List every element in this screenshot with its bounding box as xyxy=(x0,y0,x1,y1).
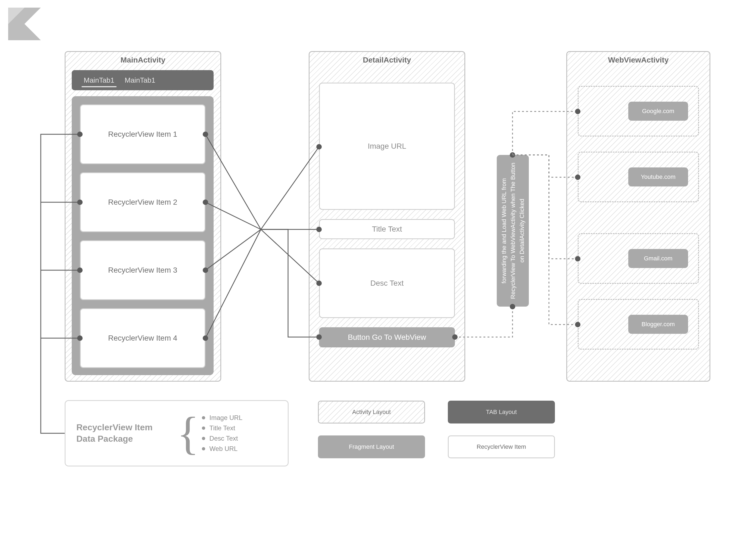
recycler-item-1-label: RecyclerView Item 1 xyxy=(108,130,177,139)
webview-target-2-label: Youtube.com xyxy=(641,173,676,180)
legend-tab-layout-label: TAB Layout xyxy=(486,409,517,416)
main-tab-bar: MainTab1 MainTab1 xyxy=(72,70,214,90)
tab-main2[interactable]: MainTab1 xyxy=(124,72,157,89)
detail-desc-label: Desc Text xyxy=(370,279,404,288)
recycler-item-4[interactable]: RecyclerView Item 4 xyxy=(80,308,205,368)
detail-activity-title: DetailActivity xyxy=(310,56,464,64)
detail-image-card: Image URL xyxy=(319,83,455,210)
detail-title-label: Title Text xyxy=(372,225,402,233)
forwarding-note-text: forwarding the and Load Web URL from Rec… xyxy=(498,155,528,307)
legend-tab-layout: TAB Layout xyxy=(448,401,555,423)
legend-recyclerview-item-label: RecyclerView Item xyxy=(477,443,526,450)
main-activity-title: MainActivity xyxy=(65,56,220,64)
go-to-webview-button[interactable]: Button Go To WebView xyxy=(319,327,455,347)
forwarding-note-box: forwarding the and Load Web URL from Rec… xyxy=(497,155,529,307)
brace-icon: { xyxy=(177,415,199,452)
data-package-title: RecyclerView Item Data Package xyxy=(76,422,169,444)
kotlin-logo-icon xyxy=(8,8,41,40)
go-to-webview-label: Button Go To WebView xyxy=(348,333,426,342)
webview-target-4[interactable]: Blogger.com xyxy=(628,315,688,334)
legend-fragment-layout: Fragment Layout xyxy=(318,435,425,458)
legend-activity-layout: Activity Layout xyxy=(318,401,425,423)
recycler-item-2[interactable]: RecyclerView Item 2 xyxy=(80,172,205,232)
webview-target-4-label: Blogger.com xyxy=(642,321,675,328)
webview-target-1-label: Google.com xyxy=(642,108,674,115)
legend-activity-layout-label: Activity Layout xyxy=(352,409,391,416)
dp-field-2: Title Text xyxy=(210,424,235,432)
detail-title-card: Title Text xyxy=(319,219,455,239)
data-package-box: RecyclerView Item Data Package { Image U… xyxy=(65,400,289,466)
dp-field-3: Desc Text xyxy=(210,435,238,442)
legend-recyclerview-item: RecyclerView Item xyxy=(448,435,555,458)
recycler-item-3[interactable]: RecyclerView Item 3 xyxy=(80,240,205,300)
tab-main1[interactable]: MainTab1 xyxy=(83,72,115,89)
dp-field-4: Web URL xyxy=(210,445,238,453)
webview-target-3[interactable]: Gmail.com xyxy=(628,249,688,268)
webview-target-3-label: Gmail.com xyxy=(644,255,672,262)
detail-image-label: Image URL xyxy=(368,142,406,151)
diagram-canvas: MainActivity MainTab1 MainTab1 RecyclerV… xyxy=(0,0,756,542)
dp-field-1: Image URL xyxy=(210,414,242,422)
legend-fragment-layout-label: Fragment Layout xyxy=(349,443,394,450)
webview-target-1[interactable]: Google.com xyxy=(628,102,688,121)
recycler-item-2-label: RecyclerView Item 2 xyxy=(108,198,177,207)
detail-desc-card: Desc Text xyxy=(319,248,455,318)
recycler-item-3-label: RecyclerView Item 3 xyxy=(108,266,177,275)
webview-activity-title: WebViewActivity xyxy=(567,56,710,64)
data-package-fields: Image URL Title Text Desc Text Web URL xyxy=(202,411,242,455)
recycler-item-1[interactable]: RecyclerView Item 1 xyxy=(80,104,205,164)
webview-target-2[interactable]: Youtube.com xyxy=(628,167,688,186)
recycler-item-4-label: RecyclerView Item 4 xyxy=(108,334,177,342)
